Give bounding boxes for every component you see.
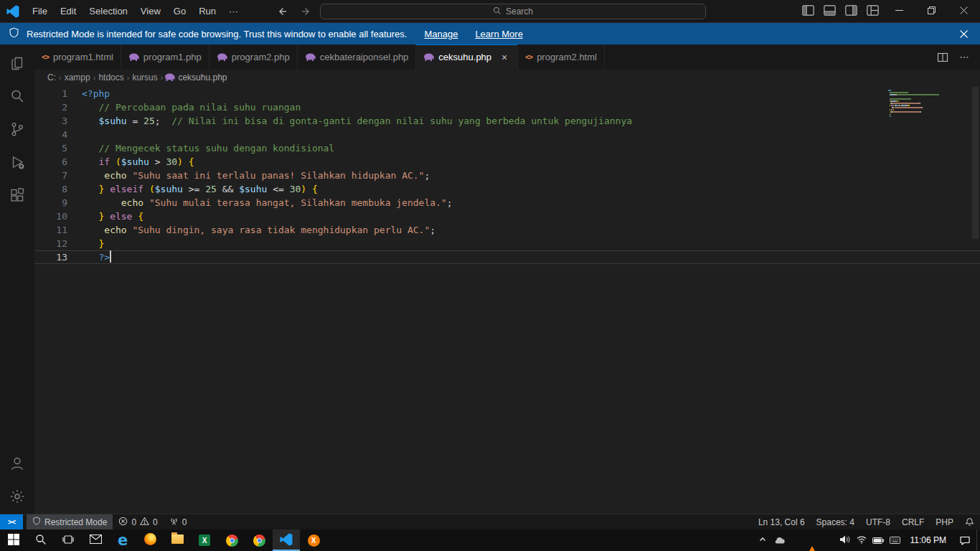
restore-button[interactable] [915,0,948,23]
encoding-status[interactable]: UTF-8 [860,514,896,529]
search-command-center[interactable]: Search [320,4,706,19]
menu-edit[interactable]: Edit [54,4,83,19]
minimap[interactable] [888,90,969,118]
touch-keyboard-tray-icon[interactable] [887,529,903,551]
start-button[interactable] [0,529,27,551]
vlc-tray-icon[interactable] [804,529,821,551]
more-actions-icon[interactable]: ⋯ [956,49,973,66]
ports-status[interactable]: 0 [164,514,193,529]
code-line-7[interactable]: 7 echo "Suhu saat ini terlalu panas! Sil… [34,169,980,182]
activity-settings-button[interactable] [0,481,34,514]
volume-tray-icon[interactable] [837,529,854,551]
activity-run-debug-button[interactable] [0,146,34,179]
activity-extensions-button[interactable] [0,179,34,212]
breadcrumb-segment[interactable]: C: [46,72,57,83]
toggle-panel-button[interactable] [819,2,840,21]
network-tray-icon[interactable] [854,529,870,551]
taskbar-search-button[interactable] [27,529,55,551]
green-app-tray-icon[interactable] [821,529,837,551]
edge-app-button[interactable]: e [109,529,136,551]
code-line-5[interactable]: 5 // Mengecek status suhu dengan kondisi… [34,141,980,155]
code-editor[interactable]: 1<?php2 // Percobaan pada nilai suhu rua… [34,85,980,514]
restricted-mode-status[interactable]: Restricted Mode [27,514,113,529]
menu-file[interactable]: File [26,4,54,19]
minimize-button[interactable] [883,0,915,23]
editor-scrollbar[interactable] [972,87,979,239]
split-editor-icon[interactable] [934,49,951,66]
breadcrumb-file[interactable]: ceksuhu.php [164,72,227,83]
activity-explorer-button[interactable] [0,47,34,80]
activity-source-control-button[interactable] [0,113,34,146]
tab-program2.html[interactable]: <>program2.html [518,44,605,70]
menu-go[interactable]: Go [167,4,192,19]
chrome-app-button-2[interactable] [245,529,273,551]
code-line-12[interactable]: 12 } [34,237,980,250]
close-tab-icon[interactable]: × [499,52,510,62]
activity-bottom [0,448,34,514]
tab-program1.php[interactable]: program1.php [121,44,209,70]
source-control-icon [9,121,26,140]
notifications-bell-icon[interactable] [959,514,980,529]
firefox-app-button[interactable] [136,529,164,551]
battery-tray-icon[interactable] [870,529,887,551]
minimap-line [888,107,969,108]
activity-accounts-button[interactable] [0,448,34,481]
code-line-2[interactable]: 2 // Percobaan pada nilai suhu ruangan [34,100,980,114]
onedrive-tray-icon[interactable] [771,529,788,551]
code-line-9[interactable]: 9 echo "Suhu mulai terasa hangat, Silahk… [34,196,980,209]
manage-link[interactable]: Manage [424,29,458,39]
forward-arrow-icon[interactable] [297,3,314,20]
banner-close-icon[interactable] [956,26,971,42]
menu-view[interactable]: View [134,4,167,19]
html-file-icon: <> [525,53,532,61]
mail-app-button[interactable] [82,529,109,551]
excel-app-button[interactable]: X [191,529,218,551]
code-line-10[interactable]: 10 } else { [34,209,980,223]
close-icon [960,6,968,17]
indentation-status[interactable]: Spaces: 4 [811,514,860,529]
vscode-app-button[interactable] [273,529,300,551]
tab-cekbateraiponsel.php[interactable]: cekbateraiponsel.php [298,44,417,70]
vscode-icon [280,533,293,548]
code-line-3[interactable]: 3 $suhu = 25; // Nilai ini bisa di gonta… [34,114,980,128]
file-explorer-app-button[interactable] [164,529,191,551]
activity-search-button[interactable] [0,80,34,113]
hidden-icons-chevron[interactable] [755,529,771,551]
close-button[interactable] [948,0,980,23]
code-line-8[interactable]: 8 } elseif ($suhu >= 25 && $suhu <= 30) … [34,182,980,196]
xampp-app-button[interactable]: X [300,529,327,551]
layout-customize-icon [867,5,879,18]
customize-layout-button[interactable] [862,2,883,21]
tab-program1.html[interactable]: <>program1.html [34,44,121,70]
menu-run[interactable]: Run [192,4,222,19]
minimize-icon [895,6,903,17]
task-view-button[interactable] [55,529,82,551]
tab-program2.php[interactable]: program2.php [209,44,298,70]
breadcrumb-segment[interactable]: htdocs [97,72,125,83]
menu-selection[interactable]: Selection [83,4,133,19]
toggle-secondary-sidebar-button[interactable] [840,2,862,21]
menu-more[interactable]: ··· [222,4,245,19]
language-status[interactable]: PHP [930,514,959,529]
code-line-11[interactable]: 11 echo "Suhu dingin, saya rasa tidak me… [34,223,980,237]
learn-more-link[interactable]: Learn More [475,29,522,39]
tab-ceksuhu.php[interactable]: ceksuhu.php× [416,44,518,70]
code-line-6[interactable]: 6 if ($suhu > 30) { [34,155,980,169]
security-tray-icon[interactable] [788,529,804,551]
toggle-primary-sidebar-button[interactable] [797,2,819,21]
chrome-app-button[interactable] [218,529,245,551]
minimap-line [888,113,969,115]
action-center-button[interactable] [953,529,976,551]
code-line-13[interactable]: 13 ?> [34,250,980,264]
code-line-1[interactable]: 1<?php [34,87,980,100]
cursor-position-status[interactable]: Ln 13, Col 6 [753,514,811,529]
taskbar-clock[interactable]: 11:06 PM [903,535,953,545]
code-line-4[interactable]: 4 [34,128,980,141]
breadcrumb-segment[interactable]: kursus [131,72,159,83]
back-arrow-icon[interactable] [274,3,291,20]
problems-status[interactable]: 0 0 [113,514,163,529]
breadcrumb-segment[interactable]: xampp [63,72,92,83]
show-desktop-button[interactable] [976,529,980,551]
eol-status[interactable]: CRLF [896,514,930,529]
remote-indicator[interactable]: >< [0,514,23,529]
